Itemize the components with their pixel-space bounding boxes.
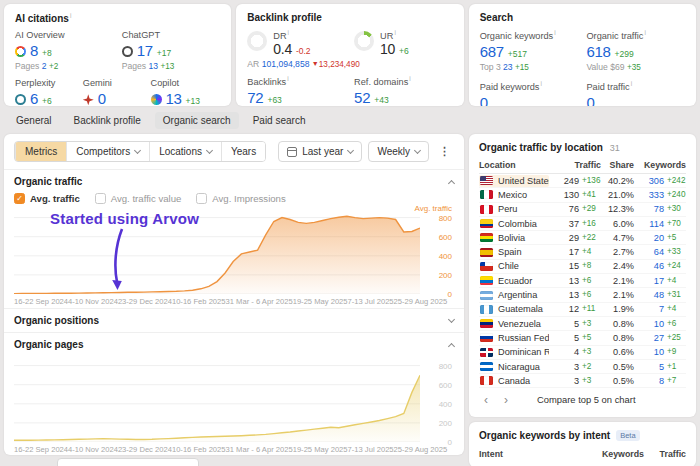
perplexity-icon [15,94,26,105]
ai-citation-metric: Perplexity 6 +6 Pages 5 +5 [15,78,83,106]
info-icon: i [644,29,645,36]
segment-button[interactable]: Metrics [15,142,66,161]
location-row[interactable]: Russian Federation 5+5 0.8% 27+25 [479,331,686,345]
cutoff-element [57,458,199,466]
panel-title: Organic keywords by intent [479,430,610,441]
kebab-menu-icon[interactable]: ⋮ [435,145,454,158]
next-page-button[interactable]: › [501,395,511,405]
location-row[interactable]: Peru 76+29 12.3% 78+30 [479,203,686,217]
backlink-profile-title: Backlink profile [247,12,452,23]
x-tick-label: 16-22 Sep 2024 [14,297,68,306]
location-row[interactable]: Bolivia 29+22 4.7% 20+5 [479,231,686,245]
metrics-segmented-control: MetricsCompetitorsLocationsYears [14,141,266,162]
tab[interactable]: Backlink profile [66,112,149,129]
country-flag-icon [480,276,493,285]
gemini-icon [83,94,94,105]
country-flag-icon [480,291,493,300]
organic-positions-section-header: Organic positions [4,308,464,332]
location-row[interactable]: Ecuador 13+6 2.1% 17+4 [479,274,686,288]
summary-cards-row: AI citationsi AI Overview 8 +8 Pages 2 +… [4,4,696,106]
collapse-icon[interactable] [448,180,455,187]
info-icon: i [554,29,555,36]
organic-pages-plot[interactable]: 8006004002000 [14,358,420,442]
country-flag-icon [480,190,493,199]
dr-donut-icon [247,31,267,51]
copilot-icon [151,94,162,105]
ai-citation-metric: Copilot 13 +13 Pages 6 +6 [151,78,221,106]
panel-title: Organic traffic by location [479,142,603,153]
x-tick-label: 7-13 Jul 2025 [348,445,394,454]
segment-button[interactable]: Competitors [66,142,149,161]
section-title: Organic traffic [14,176,82,187]
location-row[interactable]: United States 249+136 40.2% 306+242 [479,174,686,188]
location-row[interactable]: Argentina 13+6 2.1% 48+31 [479,288,686,302]
info-icon: i [394,29,395,36]
expand-icon[interactable] [448,316,455,323]
legend-checkbox-item[interactable]: Avg. traffic value [95,193,182,204]
location-count: 31 [610,143,620,153]
ai-citations-row-2: Perplexity 6 +6 Pages 5 +5 Gemini 0 [15,78,220,106]
country-flag-icon [480,348,493,357]
country-flag-icon [480,219,493,228]
location-row[interactable]: Dominican Republic 4+3 0.6% 10+9 [479,346,686,360]
prev-page-button[interactable]: ‹ [481,395,491,405]
x-axis-labels: 16-22 Sep 20244-10 Nov 202423-29 Dec 202… [14,294,420,308]
chart-toolbar: MetricsCompetitorsLocationsYears Last ye… [4,134,464,170]
x-tick-label: 23-29 Dec 2024 [118,297,172,306]
country-flag-icon [480,362,493,371]
x-tick-label: 4-10 Nov 2024 [68,297,118,306]
organic-pages-section-header: Organic pages [4,332,464,356]
chart-annotation: Started using Arvow [50,210,199,227]
segment-button[interactable]: Years [221,142,265,161]
intent-table-header: Intent Keywords Traffic [479,449,686,459]
date-range-button[interactable]: Last year [278,141,362,162]
beta-badge: Beta [616,430,639,441]
location-row[interactable]: Chile 15+8 2.4% 46+24 [479,260,686,274]
info-icon: i [288,29,289,36]
granularity-button[interactable]: Weekly [368,141,429,162]
organic-keywords-metric: Organic keywordsi 687+517 Top 3 23 +15 [480,29,587,72]
ahrefs-site-overview-page: AI citationsi AI Overview 8 +8 Pages 2 +… [0,0,700,466]
locations-table-body: United States 249+136 40.2% 306+242 Mexi… [479,174,686,388]
location-row[interactable]: Venezuela 5+3 0.8% 10+6 [479,317,686,331]
location-row[interactable]: Guatemala 12+11 1.9% 7+4 [479,303,686,317]
x-tick-label: 23-29 Dec 2024 [118,445,172,454]
location-row[interactable]: Canada 3+3 0.5% 8+7 [479,374,686,388]
ai-citation-metric: ChatGPT 17 +17 Pages 13 +13 [122,30,221,71]
country-flag-icon [480,248,493,257]
url-rating-metric: URi 10+6 [354,29,453,57]
x-tick-label: 10-16 Feb 2025 [172,445,226,454]
keywords-by-intent-panel: Organic keywords by intent Beta Intent K… [469,422,696,466]
paid-keywords-metric: Paid keywordsi 0 Ads 0 [480,80,587,106]
tab[interactable]: General [8,112,60,129]
chatgpt-icon [122,46,133,57]
ur-donut-icon [354,31,374,51]
country-flag-icon [480,176,493,185]
info-icon: i [287,75,288,82]
overview-tabs: GeneralBacklink profileOrganic searchPai… [4,108,696,132]
location-row[interactable]: Colombia 37+16 6.0% 114+70 [479,217,686,231]
info-icon: i [540,80,541,87]
ai-citations-card: AI citationsi AI Overview 8 +8 Pages 2 +… [4,4,231,106]
country-flag-icon [480,319,493,328]
search-card: Search Organic keywordsi 687+517 Top 3 2… [469,4,696,106]
location-row[interactable]: Spain 17+4 2.7% 64+33 [479,245,686,259]
legend-checkbox-item[interactable]: Avg. traffic [14,193,80,204]
country-flag-icon [480,376,493,385]
tab[interactable]: Paid search [245,112,314,129]
organic-traffic-chart: 8006004002000Avg. traffic 16-22 Sep 2024… [14,210,454,308]
ai-citation-metric: Gemini 0 Pages 0 [83,78,151,106]
checkbox-icon [95,193,106,204]
country-flag-icon [480,233,493,242]
collapse-icon[interactable] [448,343,455,350]
x-tick-label: 31 Mar - 6 Apr 2025 [226,445,293,454]
compare-top5-link[interactable]: Compare top 5 on chart [537,394,636,405]
annotation-arrow-icon [106,227,130,291]
ai-citations-title: AI citationsi [15,12,220,24]
location-row[interactable]: Nicaragua 3+2 0.5% 5+1 [479,360,686,374]
legend-checkbox-item[interactable]: Avg. Impressions [196,193,285,204]
segment-button[interactable]: Locations [149,142,221,161]
tab[interactable]: Organic search [155,112,239,129]
locations-table-header: Location Traffic Share Keywords [479,155,686,174]
location-row[interactable]: Mexico 130+41 21.0% 333+240 [479,188,686,202]
